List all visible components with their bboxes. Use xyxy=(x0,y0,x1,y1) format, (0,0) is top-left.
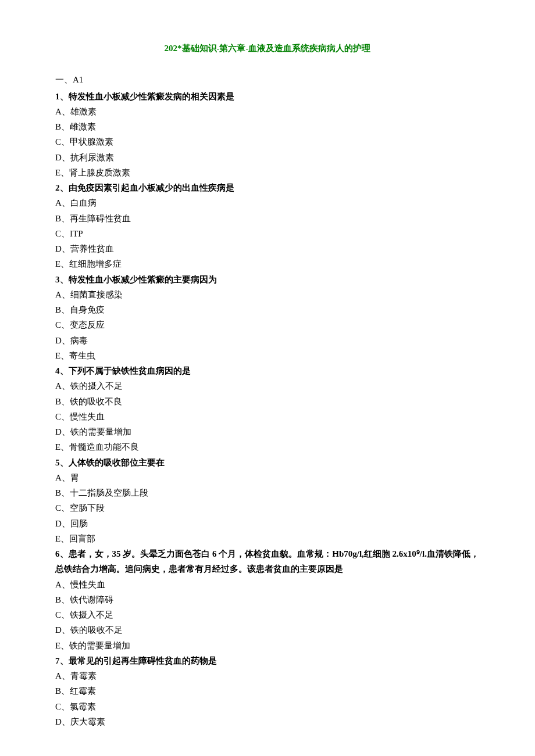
question-option: D、铁的需要量增加 xyxy=(55,424,480,439)
question-option: B、雌激素 xyxy=(55,119,480,134)
question-number: 5、 xyxy=(55,458,69,467)
question-text: 由免疫因素引起血小板减少的出血性疾病是 xyxy=(69,183,234,192)
question-option: E、肾上腺皮质激素 xyxy=(55,165,480,180)
question-option: C、慢性失血 xyxy=(55,409,480,424)
questions-container: 1、特发性血小板减少性紫癜发病的相关因素是A、雄激素B、雌激素C、甲状腺激素D、… xyxy=(55,89,480,730)
question-number: 4、 xyxy=(55,366,69,375)
question-option: C、ITP xyxy=(55,226,480,241)
question-option: A、白血病 xyxy=(55,195,480,210)
question-option: B、铁的吸收不良 xyxy=(55,394,480,409)
question-option: B、红霉素 xyxy=(55,683,480,698)
question-option: A、胃 xyxy=(55,470,480,485)
question-option: A、雄激素 xyxy=(55,104,480,119)
question-option: E、寄生虫 xyxy=(55,348,480,363)
question-option: D、抗利尿激素 xyxy=(55,150,480,165)
question-stem: 4、下列不属于缺铁性贫血病因的是 xyxy=(55,363,480,378)
question-option: C、甲状腺激素 xyxy=(55,134,480,149)
question-option: D、庆大霉素 xyxy=(55,714,480,729)
question-option: B、十二指肠及空肠上段 xyxy=(55,485,480,500)
question-number: 7、 xyxy=(55,656,69,665)
question-stem: 3、特发性血小板减少性紫癜的主要病因为 xyxy=(55,272,480,287)
question-option: D、回肠 xyxy=(55,516,480,531)
question-text: 下列不属于缺铁性贫血病因的是 xyxy=(69,366,191,375)
question-option: A、铁的摄入不足 xyxy=(55,378,480,393)
question-text: 患者，女，35 岁。头晕乏力面色苍白 6 个月，体检贫血貌。血常规：Hb70g/… xyxy=(55,549,479,574)
question-option: A、慢性失血 xyxy=(55,577,480,592)
question-number: 3、 xyxy=(55,275,69,284)
question-option: C、氯霉素 xyxy=(55,699,480,714)
question-option: D、病毒 xyxy=(55,333,480,348)
question-text: 特发性血小板减少性紫癜的主要病因为 xyxy=(69,275,217,284)
question-text: 人体铁的吸收部位主要在 xyxy=(69,458,165,467)
question-option: E、骨髓造血功能不良 xyxy=(55,439,480,454)
question-option: A、细菌直接感染 xyxy=(55,287,480,302)
question-option: B、铁代谢障碍 xyxy=(55,592,480,607)
question-number: 1、 xyxy=(55,92,69,101)
question-option: E、回盲部 xyxy=(55,531,480,546)
section-label: 一、A1 xyxy=(55,72,480,87)
question-option: B、再生障碍性贫血 xyxy=(55,211,480,226)
question-option: D、营养性贫血 xyxy=(55,241,480,256)
question-text: 特发性血小板减少性紫癜发病的相关因素是 xyxy=(69,92,234,101)
question-number: 2、 xyxy=(55,183,69,192)
question-option: C、变态反应 xyxy=(55,317,480,332)
question-option: E、红细胞增多症 xyxy=(55,256,480,271)
question-option: C、空肠下段 xyxy=(55,500,480,515)
document-title: 202*基础知识-第六章-血液及造血系统疾病病人的护理 xyxy=(55,41,480,56)
question-option: A、青霉素 xyxy=(55,668,480,683)
question-stem: 5、人体铁的吸收部位主要在 xyxy=(55,455,480,470)
question-option: B、自身免疫 xyxy=(55,302,480,317)
question-option: D、铁的吸收不足 xyxy=(55,622,480,637)
question-number: 6、 xyxy=(55,549,69,558)
question-stem: 1、特发性血小板减少性紫癜发病的相关因素是 xyxy=(55,89,480,104)
question-option: E、铁的需要量增加 xyxy=(55,638,480,653)
question-text: 最常见的引起再生障碍性贫血的药物是 xyxy=(69,656,217,665)
question-stem: 2、由免疫因素引起血小板减少的出血性疾病是 xyxy=(55,180,480,195)
question-option: C、铁摄入不足 xyxy=(55,607,480,622)
question-stem: 6、患者，女，35 岁。头晕乏力面色苍白 6 个月，体检贫血貌。血常规：Hb70… xyxy=(55,546,480,577)
question-stem: 7、最常见的引起再生障碍性贫血的药物是 xyxy=(55,653,480,668)
